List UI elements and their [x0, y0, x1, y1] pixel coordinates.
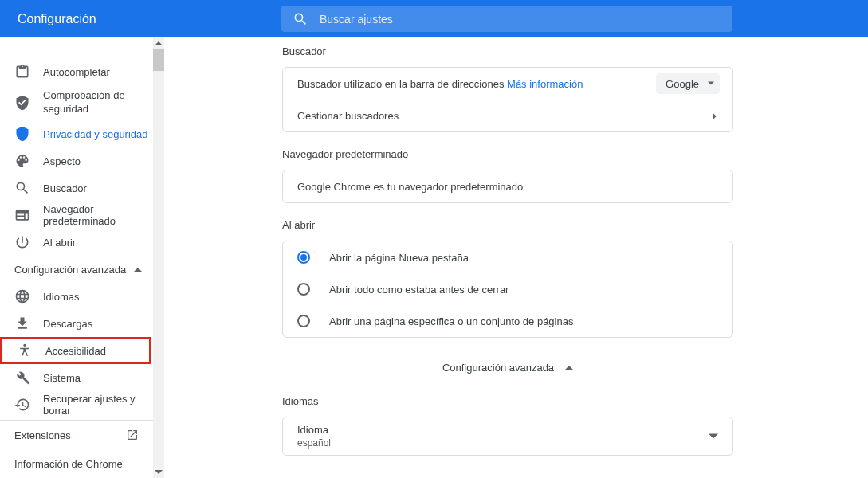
sidebar-item-autofill[interactable]: Autocompletar	[0, 58, 153, 85]
sidebar-advanced-toggle[interactable]: Configuración avanzada	[0, 256, 153, 283]
shield-icon	[14, 126, 30, 142]
sidebar-advanced-label: Configuración avanzada	[14, 264, 126, 276]
sidebar-item-downloads[interactable]: Descargas	[0, 310, 153, 337]
sidebar-extensions-label: Extensiones	[14, 429, 71, 441]
default-browser-text: Google Chrome es tu navegador predetermi…	[297, 181, 523, 193]
search-input[interactable]	[320, 13, 732, 25]
startup-option-label: Abrir la página Nueva pestaña	[329, 252, 469, 264]
default-browser-row: Google Chrome es tu navegador predetermi…	[283, 170, 732, 202]
section-title: Buscador	[282, 45, 733, 57]
caret-up-icon	[565, 363, 573, 371]
web-icon	[14, 207, 30, 223]
palette-icon	[14, 153, 30, 169]
sidebar-item-label: Comprobación de seguridad	[43, 89, 153, 116]
search-icon	[14, 180, 30, 196]
sidebar-item-safety[interactable]: Comprobación de seguridad	[0, 85, 153, 120]
section-languages: Idiomas Idioma español	[282, 395, 733, 456]
section-title: Navegador predeterminado	[282, 148, 733, 160]
caret-up-icon	[155, 39, 163, 47]
search-box[interactable]	[281, 6, 732, 32]
startup-option-newtab[interactable]: Abrir la página Nueva pestaña	[283, 241, 732, 273]
more-info-link[interactable]: Más información	[507, 78, 583, 90]
sidebar-item-label: Autocompletar	[43, 66, 110, 78]
sidebar-item-languages[interactable]: Idiomas	[0, 283, 153, 310]
download-icon	[14, 315, 30, 331]
section-search-engine: Buscador Buscador utilizado en la barra …	[282, 45, 733, 132]
sidebar-item-label: Navegador predeterminado	[43, 203, 153, 227]
sidebar-item-default-browser[interactable]: Navegador predeterminado	[0, 202, 153, 229]
accessibility-icon	[17, 343, 33, 358]
sidebar-item-reset[interactable]: Recuperar ajustes y borrar	[0, 391, 153, 418]
advanced-toggle-label: Configuración avanzada	[442, 362, 554, 374]
manage-search-engines-row[interactable]: Gestionar buscadores	[283, 100, 732, 131]
sidebar-item-accessibility[interactable]: Accesibilidad	[0, 337, 151, 364]
language-value: español	[297, 437, 331, 449]
sidebar: Autocompletar Comprobación de seguridad …	[0, 37, 153, 478]
sidebar-item-extensions[interactable]: Extensiones	[0, 421, 153, 449]
globe-icon	[14, 288, 30, 304]
section-on-startup: Al abrir Abrir la página Nueva pestaña A…	[282, 219, 733, 338]
sidebar-item-privacy[interactable]: Privacidad y seguridad	[0, 120, 153, 147]
scroll-thumb[interactable]	[153, 49, 164, 71]
startup-option-label: Abrir una página específica o un conjunt…	[329, 315, 573, 327]
startup-option-continue[interactable]: Abrir todo como estaba antes de cerrar	[283, 273, 732, 305]
scroll-down-button[interactable]	[153, 467, 164, 478]
caret-down-icon	[708, 80, 714, 87]
manage-search-engines-label: Gestionar buscadores	[297, 110, 399, 122]
shield-check-icon	[14, 95, 30, 111]
radio-icon	[297, 283, 310, 296]
launch-icon	[126, 429, 139, 441]
sidebar-item-label: Descargas	[43, 318, 92, 330]
advanced-toggle[interactable]: Configuración avanzada	[282, 354, 733, 381]
search-icon	[293, 11, 308, 27]
sidebar-item-label: Al abrir	[43, 237, 76, 249]
sidebar-item-label: Buscador	[43, 182, 87, 194]
caret-down-icon	[155, 468, 163, 476]
default-browser-card: Google Chrome es tu navegador predetermi…	[282, 170, 733, 203]
top-bar: Configuración	[0, 0, 868, 37]
section-default-browser: Navegador predeterminado Google Chrome e…	[282, 148, 733, 203]
restore-icon	[14, 397, 30, 413]
sidebar-item-label: Accesibilidad	[45, 345, 106, 357]
search-engine-select[interactable]: Google	[656, 73, 720, 94]
sidebar-scrollbar[interactable]	[153, 37, 164, 478]
power-icon	[14, 234, 30, 250]
sidebar-item-label: Aspecto	[43, 155, 81, 167]
on-startup-card: Abrir la página Nueva pestaña Abrir todo…	[282, 241, 733, 338]
sidebar-item-label: Idiomas	[43, 291, 80, 303]
content-area: Buscador Buscador utilizado en la barra …	[164, 37, 868, 478]
languages-card: Idioma español	[282, 417, 733, 456]
sidebar-item-label: Sistema	[43, 372, 81, 384]
sidebar-item-search-engine[interactable]: Buscador	[0, 174, 153, 202]
search-engine-row: Buscador utilizado en la barra de direcc…	[283, 68, 732, 100]
clipboard-icon	[14, 64, 30, 80]
sidebar-item-about[interactable]: Información de Chrome	[0, 449, 153, 478]
caret-up-icon	[134, 265, 142, 273]
section-title: Al abrir	[282, 219, 733, 231]
chevron-down-icon	[709, 432, 718, 441]
sidebar-item-label: Recuperar ajustes y borrar	[43, 393, 153, 417]
search-engine-value: Google	[666, 78, 699, 90]
startup-option-specific[interactable]: Abrir una página específica o un conjunt…	[283, 305, 732, 337]
language-row[interactable]: Idioma español	[283, 417, 732, 455]
sidebar-item-label: Privacidad y seguridad	[43, 128, 148, 140]
sidebar-item-on-startup[interactable]: Al abrir	[0, 229, 153, 256]
language-label: Idioma	[297, 424, 331, 436]
page-title: Configuración	[18, 12, 96, 26]
radio-checked-icon	[297, 251, 310, 264]
search-engine-text: Buscador utilizado en la barra de direcc…	[297, 78, 583, 90]
sidebar-item-system[interactable]: Sistema	[0, 364, 153, 391]
radio-icon	[297, 315, 310, 327]
sidebar-item-appearance[interactable]: Aspecto	[0, 147, 153, 174]
search-engine-card: Buscador utilizado en la barra de direcc…	[282, 67, 733, 132]
scroll-up-button[interactable]	[153, 37, 164, 49]
sidebar-about-label: Información de Chrome	[14, 458, 123, 470]
section-title: Idiomas	[282, 395, 733, 407]
wrench-icon	[14, 370, 30, 386]
startup-option-label: Abrir todo como estaba antes de cerrar	[329, 284, 509, 296]
caret-right-icon	[712, 113, 718, 120]
